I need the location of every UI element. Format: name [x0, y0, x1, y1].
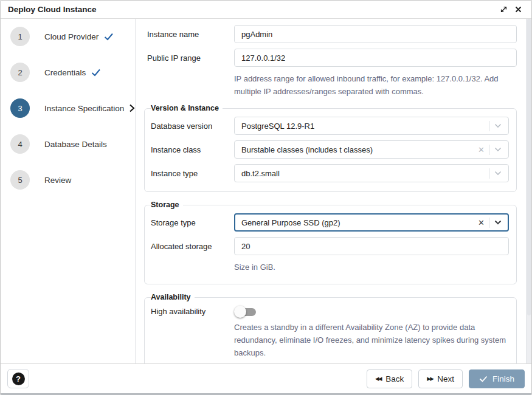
storage-legend: Storage [151, 201, 183, 209]
instance-class-value: Burstable classes (includes t classes) [241, 145, 474, 154]
wizard-step-instance-specification[interactable]: 3 Instance Specification [10, 98, 135, 118]
double-left-triangle-icon: ◀◀ [375, 376, 381, 382]
dialog-body: 1 Cloud Provider 2 Credentials 3 Instanc… [1, 19, 531, 363]
double-right-triangle-icon: ▶▶ [427, 376, 433, 382]
step-completed-check-icon [91, 69, 101, 77]
allocated-storage-help-text: Size in GiB. [234, 261, 509, 273]
database-version-select[interactable]: PostgreSQL 12.9-R1 [234, 117, 509, 135]
help-icon: ? [12, 373, 25, 385]
public-ip-help-text: IP address range for allowed inbound tra… [234, 72, 517, 98]
public-ip-label: Public IP range [147, 53, 234, 63]
instance-name-row: Instance name [147, 25, 517, 43]
step-label: Cloud Provider [44, 32, 98, 41]
storage-type-select[interactable]: General Purpose SSD (gp2) ✕ [234, 213, 509, 232]
database-version-value: PostgreSQL 12.9-R1 [241, 122, 489, 131]
back-button-label: Back [385, 374, 404, 383]
instance-name-label: Instance name [147, 30, 234, 39]
instance-type-label: Instance type [151, 169, 234, 178]
allocated-storage-label: Allocated storage [151, 242, 234, 251]
version-instance-fieldset: Version & Instance Database version Post… [144, 104, 517, 192]
chevron-down-icon[interactable] [489, 147, 503, 152]
toggle-thumb [234, 306, 246, 318]
chevron-down-icon[interactable] [489, 123, 503, 128]
instance-class-label: Instance class [151, 145, 234, 154]
high-availability-label: High availability [151, 306, 234, 316]
back-button[interactable]: ◀◀ Back [367, 369, 412, 388]
instance-type-value: db.t2.small [241, 169, 489, 178]
clear-icon[interactable]: ✕ [474, 145, 489, 154]
chevron-down-icon[interactable] [489, 220, 503, 225]
database-version-row: Database version PostgreSQL 12.9-R1 [151, 117, 509, 135]
instance-specification-form: Instance name Public IP range IP address… [136, 19, 531, 363]
chevron-down-icon[interactable] [489, 171, 503, 176]
wizard-step-cloud-provider[interactable]: 1 Cloud Provider [10, 27, 135, 46]
finish-button[interactable]: Finish [469, 369, 525, 388]
high-availability-help-text: Creates a standby in a different Availab… [234, 321, 509, 359]
storage-fieldset: Storage Storage type General Purpose SSD… [144, 201, 517, 284]
step-current-arrow-icon [129, 104, 135, 112]
next-button-label: Next [437, 374, 454, 383]
next-button[interactable]: ▶▶ Next [418, 369, 463, 388]
step-label: Credentials [44, 68, 86, 77]
form-scrollbar-thumb[interactable] [527, 19, 531, 315]
step-number-badge: 2 [10, 63, 30, 82]
high-availability-row: High availability [151, 306, 509, 316]
maximize-icon[interactable] [496, 3, 511, 16]
instance-class-select[interactable]: Burstable classes (includes t classes) ✕ [234, 140, 509, 159]
dialog-titlebar: Deploy Cloud Instance [1, 1, 531, 19]
wizard-step-database-details[interactable]: 4 Database Details [10, 134, 135, 154]
instance-name-input[interactable] [234, 25, 517, 43]
allocated-storage-input[interactable] [234, 237, 509, 255]
step-number-badge: 4 [10, 134, 30, 154]
availability-legend: Availability [151, 293, 195, 301]
availability-fieldset: Availability High availability Creates a… [144, 293, 517, 363]
check-icon [479, 376, 488, 382]
help-button[interactable]: ? [7, 369, 29, 388]
step-completed-check-icon [104, 33, 114, 41]
instance-class-row: Instance class Burstable classes (includ… [151, 140, 509, 159]
public-ip-row: Public IP range [147, 49, 517, 67]
close-icon[interactable] [511, 3, 525, 16]
database-version-label: Database version [151, 122, 234, 131]
step-number-badge: 5 [10, 170, 30, 190]
step-number-badge: 1 [10, 27, 30, 46]
form-scrollbar[interactable] [526, 19, 531, 363]
dialog-title: Deploy Cloud Instance [8, 5, 97, 14]
instance-type-select[interactable]: db.t2.small [234, 164, 509, 182]
storage-type-label: Storage type [151, 218, 234, 227]
wizard-step-review[interactable]: 5 Review [10, 170, 135, 190]
version-instance-legend: Version & Instance [151, 104, 223, 112]
dialog-footer: ? ◀◀ Back ▶▶ Next Finish [1, 363, 531, 393]
step-label: Instance Specification [44, 104, 124, 113]
public-ip-input[interactable] [234, 49, 517, 67]
step-label: Review [44, 176, 71, 185]
clear-icon[interactable]: ✕ [474, 218, 489, 227]
step-label: Database Details [44, 140, 107, 149]
storage-type-value: General Purpose SSD (gp2) [241, 218, 474, 227]
storage-type-row: Storage type General Purpose SSD (gp2) ✕ [151, 213, 509, 232]
finish-button-label: Finish [492, 374, 514, 383]
instance-type-row: Instance type db.t2.small [151, 164, 509, 182]
wizard-step-list: 1 Cloud Provider 2 Credentials 3 Instanc… [1, 19, 136, 363]
deploy-cloud-instance-dialog: Deploy Cloud Instance 1 Cloud Provider [0, 0, 532, 395]
allocated-storage-row: Allocated storage [151, 237, 509, 255]
step-number-badge: 3 [10, 98, 30, 118]
wizard-step-credentials[interactable]: 2 Credentials [10, 63, 135, 82]
